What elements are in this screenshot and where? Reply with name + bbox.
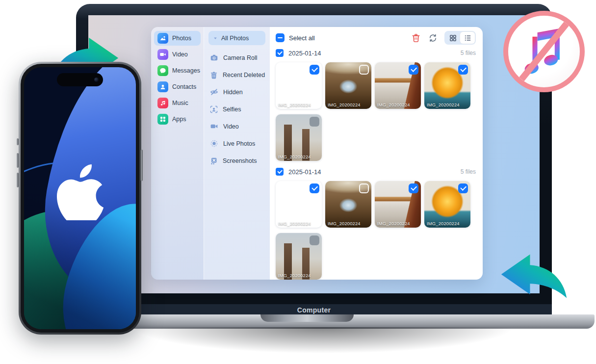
photo-thumbnail[interactable]: IMG_20200224 [276,62,322,109]
photo-checkbox[interactable] [359,65,369,75]
filter-screenshots[interactable]: Screenshots [208,152,265,169]
photo-checkbox[interactable] [310,117,319,127]
photo-thumbnail[interactable]: IMG_20200224 [375,181,421,228]
photo-filename: IMG_20200224 [427,221,460,226]
sidebar-item-label: Contacts [172,83,196,90]
photo-filename: IMG_20200224 [377,102,410,107]
sidebar-item-apps[interactable]: Apps [154,112,201,127]
filter-label: Camera Roll [223,54,257,61]
apple-logo-icon [56,164,104,220]
date-group-header: 2025-01-14 5 files [276,166,476,177]
laptop-lid-notch [260,314,354,322]
filter-camera-roll[interactable]: Camera Roll [208,49,265,66]
photo-filename: IMG_20200224 [328,102,361,107]
select-all-label: Select all [289,34,315,42]
photo-checkbox[interactable] [458,65,468,75]
sidebar-item-label: Video [172,51,188,58]
filter-all-photos[interactable]: All Photos [208,31,265,45]
itunes-prohibited-badge [503,11,585,92]
prohibited-slash [513,14,575,89]
promo-graphic: Photos Video Messages Contacts [0,0,596,364]
list-view-button[interactable] [460,32,475,44]
sync-icon [428,33,438,43]
photo-grid-row: IMG_20200224 IMG_20200224 IMG_20200224 I… [276,62,476,109]
primary-sidebar: Photos Video Messages Contacts [151,27,204,280]
apps-icon [157,114,168,125]
photo-filename: IMG_20200224 [377,221,410,226]
date-checkbox[interactable] [276,49,284,57]
photo-checkbox[interactable] [409,65,418,75]
volume-down-button [17,173,19,187]
photo-filename: IMG_20200224 [278,273,311,278]
photo-thumbnail[interactable]: IMG_20200224 [424,62,470,109]
photo-grid-row: IMG_20200224 [276,114,476,161]
photo-filename: IMG_20200224 [278,154,311,159]
view-mode-switch [444,31,476,45]
iphone [19,62,141,335]
sidebar-item-photos[interactable]: Photos [154,31,201,46]
photo-thumbnail[interactable]: IMG_20200224 [325,181,371,228]
sidebar-item-music[interactable]: Music [154,96,201,110]
photo-checkbox[interactable] [458,183,468,193]
selfie-frame-icon [210,105,218,113]
grid-view-button[interactable] [445,32,460,44]
photo-filename: IMG_20200224 [427,102,460,107]
power-button [141,150,143,181]
grid-view-icon [449,34,457,42]
date-group-header: 2025-01-14 5 files [276,48,476,58]
photo-filename: IMG_20200224 [278,102,311,107]
photo-filename: IMG_20200224 [278,221,311,226]
photo-checkbox[interactable] [310,183,319,193]
contacts-icon [157,81,168,92]
filter-label: Hidden [223,89,243,96]
music-icon [157,98,168,108]
messages-icon [157,65,168,76]
sidebar-item-messages[interactable]: Messages [154,63,201,78]
filter-label: All Photos [221,35,249,42]
eye-off-icon [210,88,218,96]
photos-icon [157,33,168,44]
dynamic-island [57,73,103,86]
iphone-frame [21,64,139,333]
video-camera-icon [210,122,218,130]
photo-checkbox[interactable] [310,65,319,75]
files-count: 5 files [461,168,476,175]
filter-live-photos[interactable]: Live Photos [208,135,265,152]
select-all-checkbox[interactable] [276,33,285,42]
date-checkbox[interactable] [276,168,284,176]
sidebar-item-label: Music [172,100,188,106]
filter-recent-deleted[interactable]: Recent Deleted [208,66,265,83]
delete-icon [412,33,420,43]
sidebar-item-contacts[interactable]: Contacts [154,79,201,94]
photo-checkbox[interactable] [409,183,418,193]
trash-icon [210,71,218,79]
filter-hidden[interactable]: Hidden [208,83,265,101]
photo-thumbnail[interactable]: IMG_20200224 [325,62,371,109]
photo-thumbnail[interactable]: IMG_20200224 [276,181,322,228]
laptop-brand-strip: Computer [76,304,552,315]
sidebar-item-label: Messages [172,67,200,74]
photo-checkbox[interactable] [310,235,319,245]
sidebar-item-video[interactable]: Video [154,47,201,62]
photo-filename: IMG_20200224 [328,221,361,226]
sidebar-item-label: Photos [172,35,191,42]
photo-browser-main: Select all [270,27,483,280]
photo-thumbnail[interactable]: IMG_20200224 [424,181,470,228]
photo-thumbnail[interactable]: IMG_20200224 [375,62,421,109]
photo-thumbnail[interactable]: IMG_20200224 [276,233,322,280]
camera-icon [210,53,218,62]
laptop-shadow [61,327,586,364]
delete-button[interactable] [412,33,420,43]
photo-thumbnail[interactable]: IMG_20200224 [276,114,322,161]
sync-button[interactable] [428,33,438,43]
mute-switch [17,138,19,145]
filter-label: Recent Deleted [223,72,265,78]
filter-video[interactable]: Video [208,118,265,135]
filter-selfies[interactable]: Selfies [208,101,265,118]
caret-down-icon [213,36,218,41]
live-photo-icon [210,139,218,148]
photo-checkbox[interactable] [359,183,369,193]
files-count: 5 files [461,50,476,56]
volume-up-button [17,153,19,168]
photo-grid-row: IMG_20200224 [276,233,476,280]
